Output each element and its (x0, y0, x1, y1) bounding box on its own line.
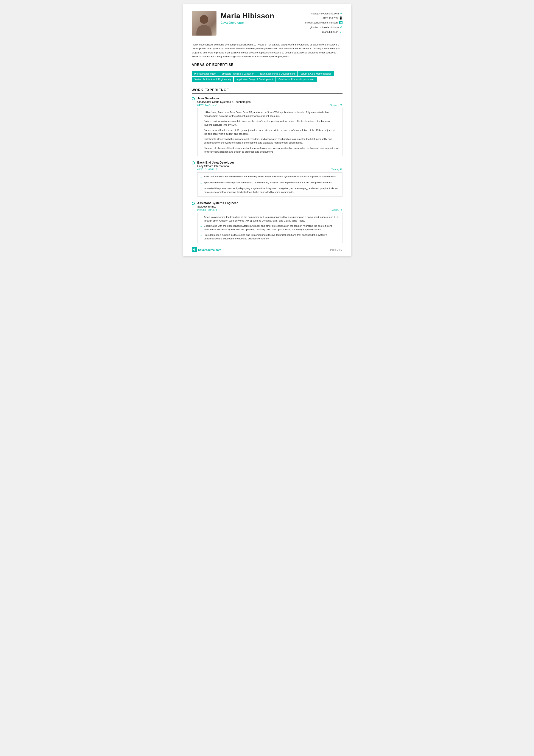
bullet-dash: – (201, 111, 202, 115)
bullet-dash: – (201, 233, 202, 238)
tag-strategic-planning: Strategic Planning & Execution (219, 71, 257, 76)
job-location-3: Tampa, FL (331, 209, 342, 211)
bullet-2-3: – Innovated the phone devices by deployi… (201, 187, 339, 194)
bullet-dash: – (201, 129, 202, 133)
work-experience-section: WORK EXPERIENCE Java Developer ClearWate… (192, 88, 343, 243)
expertise-section: AREAS OF EXPERTISE Project Management St… (192, 63, 343, 82)
job-entry-3: Assistant Systems Engineer SwipeWire Inc… (192, 201, 343, 243)
bullet-3-1: – Aided in overseeing the transition of … (201, 215, 339, 223)
bullet-text: Oversee all phases of the development of… (204, 146, 339, 154)
contact-section: maria@novoresume.com ✉ 0123 456 789 📱 li… (305, 11, 342, 35)
bullet-text: Coordinated with the experienced Sytems … (204, 224, 339, 232)
job-dot-col-2 (192, 161, 195, 164)
footer-logo-text: novoresume.com (198, 248, 221, 252)
github-contact: github.com/maria.hibisson ⊙ (305, 26, 342, 29)
job-dot-3 (192, 202, 195, 205)
resume-page: Maria Hibisson Java Developer maria@novo… (183, 4, 351, 256)
bullet-text: Collaborate closely with the management,… (204, 137, 339, 145)
tag-team-leadership: Team Leadership & Development (257, 71, 297, 76)
job-dates-1: 04/2015 – Present (197, 104, 217, 106)
job-header-1: Java Developer ClearWater Cloud Systems … (192, 96, 343, 106)
bullet-3-3: – Provided expert support in developing … (201, 233, 339, 241)
job-bullets-1: – Utilize Java, Enterprise Java Bean, Ja… (197, 108, 343, 156)
job-bullets-2: – Took part in the scheduled development… (197, 173, 343, 197)
name-section: Maria Hibisson Java Developer (221, 11, 300, 24)
header: Maria Hibisson Java Developer maria@novo… (192, 11, 343, 36)
job-dot-col-3 (192, 201, 195, 205)
tag-system-architecture: System Architecture & Engineering (192, 77, 234, 82)
bullet-2-2: – Spearheaded the software product defin… (201, 181, 339, 185)
job-info-1: Java Developer ClearWater Cloud Systems … (197, 96, 343, 106)
job-meta-3: 01/2008 – 01/2011 Tampa, FL (197, 209, 343, 211)
job-bullets-3: – Aided in overseeing the transition of … (197, 213, 343, 243)
tag-project-management: Project Management (192, 71, 219, 76)
bullet-text: Innovated the phone devices by deploying… (204, 187, 339, 194)
job-info-2: Back-End Java Developer Easy Stream Inte… (197, 161, 343, 171)
header-divider (192, 40, 343, 40)
website-text: maria.hibisson (322, 31, 338, 33)
github-icon: ⊙ (340, 26, 343, 29)
job-location-2: Tampa, FL (331, 168, 342, 171)
job-company-3: SwipeWire Inc. (197, 205, 343, 208)
job-title-3: Assistant Systems Engineer (197, 201, 343, 205)
email-text: maria@novoresume.com (311, 12, 339, 15)
bullet-text: Provided expert support in developing an… (204, 233, 339, 241)
bullet-dash: – (201, 175, 202, 179)
bullet-text: Utilize Java, Enterprise Java Bean, Java… (204, 111, 339, 118)
job-header-3: Assistant Systems Engineer SwipeWire Inc… (192, 201, 343, 211)
job-title-2: Back-End Java Developer (197, 161, 343, 164)
job-meta-2: 02/2011 – 03/2015 Tampa, FL (197, 168, 343, 171)
email-contact: maria@novoresume.com ✉ (305, 12, 342, 15)
phone-contact: 0123 456 789 📱 (305, 16, 342, 20)
tag-scrum: Scrum & Agile Methodologies (298, 71, 334, 76)
summary-text: Highly experienced, solutions-oriented p… (192, 43, 343, 59)
novoresume-logo-icon: N (192, 247, 197, 252)
tag-application-design: Application Design & Development (234, 77, 275, 82)
bullet-dash: – (201, 224, 202, 229)
candidate-title: Java Developer (221, 21, 300, 24)
bullet-text: Enforce an innovative approach to improv… (204, 120, 339, 127)
bullet-3-2: – Coordinated with the experienced Sytem… (201, 224, 339, 232)
bullet-text: Took part in the scheduled development m… (204, 175, 337, 178)
phone-text: 0123 456 789 (322, 17, 338, 19)
bullet-text: Supervise and lead a team of 10+ junior … (204, 128, 339, 136)
job-dot-2 (192, 161, 195, 164)
phone-icon: 📱 (339, 16, 343, 20)
expertise-tags-row1: Project Management Strategic Planning & … (192, 71, 343, 76)
work-experience-title: WORK EXPERIENCE (192, 88, 343, 94)
bullet-1-1: – Utilize Java, Enterprise Java Bean, Ja… (201, 111, 339, 118)
bullet-dash: – (201, 138, 202, 142)
website-icon: 🖊 (340, 30, 343, 33)
footer-logo: N novoresume.com (192, 247, 221, 252)
bullet-dash: – (201, 120, 202, 124)
bullet-1-5: – Oversee all phases of the development … (201, 146, 339, 154)
bullet-text: Spearheaded the software product definit… (204, 181, 333, 184)
job-dot-col-1 (192, 96, 195, 100)
job-header-2: Back-End Java Developer Easy Stream Inte… (192, 161, 343, 171)
footer: N novoresume.com Page 1 of 2 (192, 245, 343, 252)
job-location-1: Orlando, FL (330, 104, 342, 106)
bullet-dash: – (201, 187, 202, 191)
bullet-dash: – (201, 147, 202, 151)
job-info-3: Assistant Systems Engineer SwipeWire Inc… (197, 201, 343, 211)
job-company-1: ClearWater Cloud Systems & Technologies (197, 100, 343, 103)
job-dates-3: 01/2008 – 01/2011 (197, 209, 217, 211)
job-dot-1 (192, 97, 195, 100)
bullet-1-4: – Collaborate closely with the managemen… (201, 137, 339, 145)
job-title-1: Java Developer (197, 96, 343, 100)
website-contact: maria.hibisson 🖊 (305, 30, 342, 33)
job-company-2: Easy Stream International (197, 164, 343, 168)
bullet-dash: – (201, 216, 202, 220)
footer-page-number: Page 1 of 2 (330, 249, 342, 251)
bullet-1-2: – Enforce an innovative approach to impr… (201, 120, 339, 127)
expertise-title: AREAS OF EXPERTISE (192, 63, 343, 68)
job-entry-1: Java Developer ClearWater Cloud Systems … (192, 96, 343, 156)
job-meta-1: 04/2015 – Present Orlando, FL (197, 104, 343, 106)
github-text: github.com/maria.hibisson (310, 26, 339, 29)
svg-text:N: N (192, 248, 195, 252)
bullet-2-1: – Took part in the scheduled development… (201, 175, 339, 179)
avatar (192, 11, 216, 36)
linkedin-contact: linkedin.com/in/maria.hibisson in (305, 21, 342, 24)
bullet-text: Aided in overseeing the transition of th… (204, 215, 339, 223)
bullet-1-3: – Supervise and lead a team of 10+ junio… (201, 128, 339, 136)
